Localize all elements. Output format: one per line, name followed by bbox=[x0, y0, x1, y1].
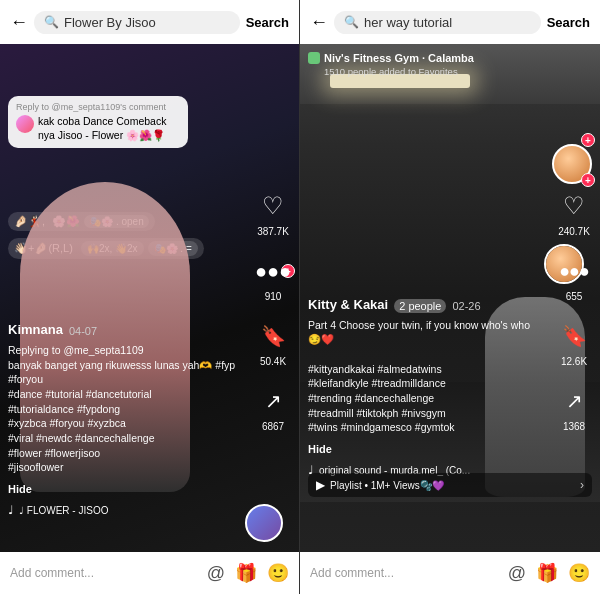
left-search-icon: 🔍 bbox=[44, 15, 59, 29]
left-share-icon[interactable]: ↗ bbox=[255, 383, 291, 419]
right-share-count: 1368 bbox=[563, 421, 585, 432]
right-date: 02-26 bbox=[452, 300, 480, 312]
right-search-icon: 🔍 bbox=[344, 15, 359, 29]
left-search-query: Flower By Jisoo bbox=[64, 15, 230, 30]
left-comment-icons: @ 🎁 🙂 bbox=[207, 562, 289, 584]
left-back-button[interactable]: ← bbox=[10, 12, 28, 33]
right-username: Kitty & Kakai bbox=[308, 297, 388, 312]
right-like-action[interactable]: ♡ 240.7K bbox=[556, 188, 592, 237]
left-like-action[interactable]: ♡ 387.7K bbox=[255, 188, 291, 237]
right-back-button[interactable]: ← bbox=[310, 12, 328, 33]
right-plus-follow[interactable]: + bbox=[581, 173, 595, 187]
left-music-note-icon: ♩ bbox=[8, 503, 14, 517]
right-location-name: Niv's Fitness Gym · Calamba bbox=[324, 52, 474, 64]
right-panel: ← 🔍 her way tutorial Search Niv's Fitnes… bbox=[300, 0, 600, 594]
right-playlist-info: ▶ Playlist • 1M+ Views🫧💜 bbox=[316, 478, 444, 492]
right-playlist-chevron[interactable]: › bbox=[580, 478, 584, 492]
right-playlist-play-icon: ▶ bbox=[316, 478, 325, 492]
left-like-count: 387.7K bbox=[257, 226, 289, 237]
left-hide-button[interactable]: Hide bbox=[8, 483, 32, 495]
right-hide-button[interactable]: Hide bbox=[308, 443, 332, 455]
left-share-action[interactable]: ↗ 6867 bbox=[255, 383, 291, 432]
left-top-bar: ← 🔍 Flower By Jisoo Search bbox=[0, 0, 299, 44]
left-search-box[interactable]: 🔍 Flower By Jisoo bbox=[34, 11, 240, 34]
right-bottom-info: Kitty & Kakai 2 people 02-26 Part 4 Choo… bbox=[308, 297, 545, 458]
right-share-action[interactable]: ↗ 1368 bbox=[556, 383, 592, 432]
right-gift-icon[interactable]: 🎁 bbox=[536, 562, 558, 584]
right-video-area[interactable]: Niv's Fitness Gym · Calamba 1510 people … bbox=[300, 44, 600, 552]
left-panel: ← 🔍 Flower By Jisoo Search Reply to @me_… bbox=[0, 0, 300, 594]
left-music-name: ♩ FLOWER - JISOO bbox=[19, 505, 108, 516]
left-comment-bar: Add comment... @ 🎁 🙂 bbox=[0, 552, 299, 594]
left-action-buttons: ♡ 387.7K ●●● 910 🔖 50.4K ↗ 6867 bbox=[255, 188, 291, 432]
left-video-area[interactable]: Reply to @me_septa1109's comment kak cob… bbox=[0, 44, 299, 552]
right-emoji-icon[interactable]: 🙂 bbox=[568, 562, 590, 584]
left-comment-count: 910 bbox=[265, 291, 282, 302]
left-bookmark-count: 50.4K bbox=[260, 356, 286, 367]
chat-message: kak coba Dance Comeback nya Jisoo - Flow… bbox=[38, 115, 180, 142]
right-playlist-text: Playlist • 1M+ Views🫧💜 bbox=[330, 480, 444, 491]
left-chat-bubble: Reply to @me_septa1109's comment kak cob… bbox=[8, 96, 188, 148]
right-location-sub: 1510 people added to Favorites bbox=[308, 66, 545, 77]
right-comment-icon[interactable]: ●●● bbox=[556, 253, 592, 289]
left-like-icon[interactable]: ♡ bbox=[255, 188, 291, 224]
right-like-icon[interactable]: ♡ bbox=[556, 188, 592, 224]
right-comment-action[interactable]: ●●● 655 bbox=[556, 253, 592, 302]
right-profile-area: + bbox=[552, 144, 592, 184]
right-like-count: 240.7K bbox=[558, 226, 590, 237]
right-search-query: her way tutorial bbox=[364, 15, 531, 30]
left-search-button[interactable]: Search bbox=[246, 15, 289, 30]
chat-reply-label: Reply to @me_septa1109's comment bbox=[16, 102, 180, 112]
left-at-icon[interactable]: @ bbox=[207, 563, 225, 584]
right-search-box[interactable]: 🔍 her way tutorial bbox=[334, 11, 541, 34]
left-bookmark-icon[interactable]: 🔖 bbox=[255, 318, 291, 354]
right-comment-bar: Add comment... @ 🎁 🙂 bbox=[300, 552, 600, 594]
location-dot-icon bbox=[308, 52, 320, 64]
left-username: Kimnana bbox=[8, 322, 63, 337]
left-description: Replying to @me_septa1109 banyak banget … bbox=[8, 343, 244, 475]
right-action-buttons: ♡ 240.7K ●●● 655 🔖 12.6K ↗ 1368 bbox=[556, 188, 592, 432]
right-bookmark-icon[interactable]: 🔖 bbox=[556, 318, 592, 354]
right-search-button[interactable]: Search bbox=[547, 15, 590, 30]
right-people-count: 2 people bbox=[394, 299, 446, 313]
left-comment-input[interactable]: Add comment... bbox=[10, 566, 197, 580]
right-location-bar: Niv's Fitness Gym · Calamba 1510 people … bbox=[308, 52, 545, 77]
left-bottom-info: Kimnana 04-07 Replying to @me_septa1109 … bbox=[8, 322, 244, 497]
left-emoji-icon[interactable]: 🙂 bbox=[267, 562, 289, 584]
left-gift-icon[interactable]: 🎁 bbox=[235, 562, 257, 584]
chat-avatar bbox=[16, 115, 34, 133]
right-comment-input[interactable]: Add comment... bbox=[310, 566, 498, 580]
right-at-icon[interactable]: @ bbox=[508, 563, 526, 584]
right-comment-count: 655 bbox=[566, 291, 583, 302]
right-comment-icons: @ 🎁 🙂 bbox=[508, 562, 590, 584]
left-bookmark-action[interactable]: 🔖 50.4K bbox=[255, 318, 291, 367]
left-comment-action[interactable]: ●●● 910 bbox=[255, 253, 291, 302]
right-bookmark-count: 12.6K bbox=[561, 356, 587, 367]
left-date: 04-07 bbox=[69, 325, 97, 337]
left-music-bar: ♩ ♩ FLOWER - JISOO bbox=[8, 503, 291, 517]
right-playlist-bar[interactable]: ▶ Playlist • 1M+ Views🫧💜 › bbox=[308, 473, 592, 497]
left-comment-icon[interactable]: ●●● bbox=[255, 253, 291, 289]
right-description: Part 4 Choose your twin, if you know who… bbox=[308, 318, 545, 436]
left-share-count: 6867 bbox=[262, 421, 284, 432]
right-share-icon[interactable]: ↗ bbox=[556, 383, 592, 419]
right-top-bar: ← 🔍 her way tutorial Search bbox=[300, 0, 600, 44]
right-bookmark-action[interactable]: 🔖 12.6K bbox=[556, 318, 592, 367]
